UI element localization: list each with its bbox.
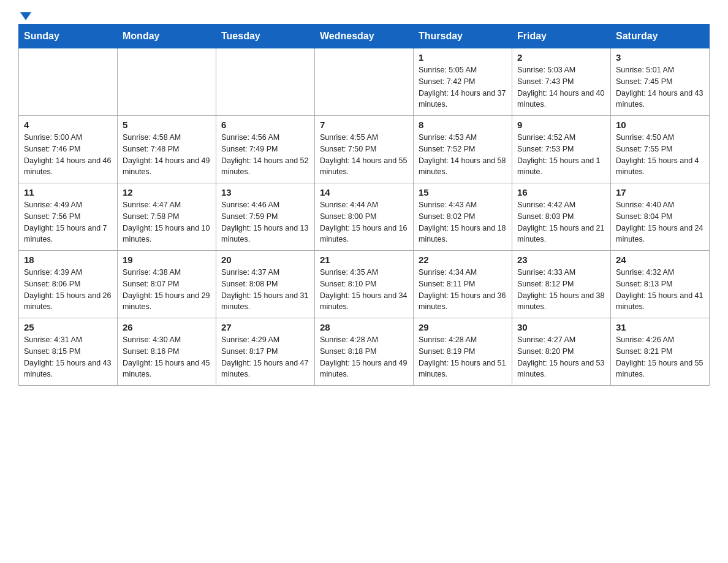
day-info: Sunrise: 4:53 AM Sunset: 7:52 PM Dayligh… [419,132,507,178]
day-cell-empty-3 [315,48,414,116]
day-number: 5 [123,120,211,130]
day-cell-4: 4Sunrise: 5:00 AM Sunset: 7:46 PM Daylig… [19,116,118,183]
day-info: Sunrise: 4:40 AM Sunset: 8:04 PM Dayligh… [616,199,704,245]
day-cell-7: 7Sunrise: 4:55 AM Sunset: 7:50 PM Daylig… [315,116,414,183]
header-cell-sunday: Sunday [19,25,118,48]
day-number: 30 [517,322,605,332]
day-cell-22: 22Sunrise: 4:34 AM Sunset: 8:11 PM Dayli… [414,251,512,318]
day-cell-16: 16Sunrise: 4:42 AM Sunset: 8:03 PM Dayli… [512,183,611,251]
day-number: 7 [320,120,408,130]
day-cell-31: 31Sunrise: 4:26 AM Sunset: 8:21 PM Dayli… [611,318,710,386]
day-cell-11: 11Sunrise: 4:49 AM Sunset: 7:56 PM Dayli… [19,183,118,251]
week-row-2: 4Sunrise: 5:00 AM Sunset: 7:46 PM Daylig… [19,116,710,183]
day-cell-6: 6Sunrise: 4:56 AM Sunset: 7:49 PM Daylig… [216,116,315,183]
week-row-3: 11Sunrise: 4:49 AM Sunset: 7:56 PM Dayli… [19,183,710,251]
week-row-1: 1Sunrise: 5:05 AM Sunset: 7:42 PM Daylig… [19,48,710,116]
day-info: Sunrise: 4:33 AM Sunset: 8:12 PM Dayligh… [517,267,605,313]
day-info: Sunrise: 4:39 AM Sunset: 8:06 PM Dayligh… [24,267,112,313]
day-info: Sunrise: 4:26 AM Sunset: 8:21 PM Dayligh… [616,334,704,380]
day-cell-5: 5Sunrise: 4:58 AM Sunset: 7:48 PM Daylig… [118,116,216,183]
day-number: 25 [24,322,112,332]
day-number: 19 [123,255,211,265]
day-cell-23: 23Sunrise: 4:33 AM Sunset: 8:12 PM Dayli… [512,251,611,318]
day-info: Sunrise: 5:00 AM Sunset: 7:46 PM Dayligh… [24,132,112,178]
header-cell-saturday: Saturday [611,25,710,48]
day-number: 31 [616,322,704,332]
day-cell-28: 28Sunrise: 4:28 AM Sunset: 8:18 PM Dayli… [315,318,414,386]
day-info: Sunrise: 4:58 AM Sunset: 7:48 PM Dayligh… [123,132,211,178]
day-info: Sunrise: 4:46 AM Sunset: 7:59 PM Dayligh… [221,199,309,245]
day-cell-12: 12Sunrise: 4:47 AM Sunset: 7:58 PM Dayli… [118,183,216,251]
day-info: Sunrise: 4:37 AM Sunset: 8:08 PM Dayligh… [221,267,309,313]
day-info: Sunrise: 5:03 AM Sunset: 7:43 PM Dayligh… [517,64,605,110]
day-cell-18: 18Sunrise: 4:39 AM Sunset: 8:06 PM Dayli… [19,251,118,318]
page-header [18,12,710,18]
day-info: Sunrise: 4:38 AM Sunset: 8:07 PM Dayligh… [123,267,211,313]
day-info: Sunrise: 4:47 AM Sunset: 7:58 PM Dayligh… [123,199,211,245]
day-info: Sunrise: 4:30 AM Sunset: 8:16 PM Dayligh… [123,334,211,380]
day-cell-15: 15Sunrise: 4:43 AM Sunset: 8:02 PM Dayli… [414,183,512,251]
day-cell-26: 26Sunrise: 4:30 AM Sunset: 8:16 PM Dayli… [118,318,216,386]
day-info: Sunrise: 5:01 AM Sunset: 7:45 PM Dayligh… [616,64,704,110]
day-cell-21: 21Sunrise: 4:35 AM Sunset: 8:10 PM Dayli… [315,251,414,318]
day-cell-29: 29Sunrise: 4:28 AM Sunset: 8:19 PM Dayli… [414,318,512,386]
day-number: 22 [419,255,507,265]
header-row: SundayMondayTuesdayWednesdayThursdayFrid… [19,25,710,48]
day-info: Sunrise: 4:32 AM Sunset: 8:13 PM Dayligh… [616,267,704,313]
day-number: 17 [616,187,704,197]
day-cell-20: 20Sunrise: 4:37 AM Sunset: 8:08 PM Dayli… [216,251,315,318]
day-info: Sunrise: 4:34 AM Sunset: 8:11 PM Dayligh… [419,267,507,313]
day-cell-24: 24Sunrise: 4:32 AM Sunset: 8:13 PM Dayli… [611,251,710,318]
week-row-5: 25Sunrise: 4:31 AM Sunset: 8:15 PM Dayli… [19,318,710,386]
day-info: Sunrise: 4:56 AM Sunset: 7:49 PM Dayligh… [221,132,309,178]
day-info: Sunrise: 4:44 AM Sunset: 8:00 PM Dayligh… [320,199,408,245]
day-info: Sunrise: 4:27 AM Sunset: 8:20 PM Dayligh… [517,334,605,380]
day-info: Sunrise: 4:55 AM Sunset: 7:50 PM Dayligh… [320,132,408,178]
day-number: 10 [616,120,704,130]
day-cell-13: 13Sunrise: 4:46 AM Sunset: 7:59 PM Dayli… [216,183,315,251]
day-info: Sunrise: 4:28 AM Sunset: 8:18 PM Dayligh… [320,334,408,380]
day-cell-30: 30Sunrise: 4:27 AM Sunset: 8:20 PM Dayli… [512,318,611,386]
day-info: Sunrise: 4:29 AM Sunset: 8:17 PM Dayligh… [221,334,309,380]
day-number: 21 [320,255,408,265]
day-cell-14: 14Sunrise: 4:44 AM Sunset: 8:00 PM Dayli… [315,183,414,251]
day-info: Sunrise: 4:43 AM Sunset: 8:02 PM Dayligh… [419,199,507,245]
day-number: 12 [123,187,211,197]
header-cell-friday: Friday [512,25,611,48]
day-info: Sunrise: 4:42 AM Sunset: 8:03 PM Dayligh… [517,199,605,245]
header-cell-tuesday: Tuesday [216,25,315,48]
day-number: 29 [419,322,507,332]
calendar-table: SundayMondayTuesdayWednesdayThursdayFrid… [18,24,710,386]
day-number: 8 [419,120,507,130]
day-cell-3: 3Sunrise: 5:01 AM Sunset: 7:45 PM Daylig… [611,48,710,116]
day-number: 23 [517,255,605,265]
day-number: 28 [320,322,408,332]
day-cell-10: 10Sunrise: 4:50 AM Sunset: 7:55 PM Dayli… [611,116,710,183]
day-number: 4 [24,120,112,130]
day-cell-19: 19Sunrise: 4:38 AM Sunset: 8:07 PM Dayli… [118,251,216,318]
day-number: 6 [221,120,309,130]
day-info: Sunrise: 4:35 AM Sunset: 8:10 PM Dayligh… [320,267,408,313]
calendar-body: 1Sunrise: 5:05 AM Sunset: 7:42 PM Daylig… [19,48,710,386]
day-cell-9: 9Sunrise: 4:52 AM Sunset: 7:53 PM Daylig… [512,116,611,183]
day-info: Sunrise: 5:05 AM Sunset: 7:42 PM Dayligh… [419,64,507,110]
day-info: Sunrise: 4:31 AM Sunset: 8:15 PM Dayligh… [24,334,112,380]
header-cell-wednesday: Wednesday [315,25,414,48]
logo-triangle-icon [20,12,31,20]
day-cell-empty-0 [19,48,118,116]
header-cell-thursday: Thursday [414,25,512,48]
week-row-4: 18Sunrise: 4:39 AM Sunset: 8:06 PM Dayli… [19,251,710,318]
day-cell-17: 17Sunrise: 4:40 AM Sunset: 8:04 PM Dayli… [611,183,710,251]
day-number: 20 [221,255,309,265]
logo [18,12,31,18]
day-cell-8: 8Sunrise: 4:53 AM Sunset: 7:52 PM Daylig… [414,116,512,183]
day-info: Sunrise: 4:49 AM Sunset: 7:56 PM Dayligh… [24,199,112,245]
day-cell-2: 2Sunrise: 5:03 AM Sunset: 7:43 PM Daylig… [512,48,611,116]
day-number: 15 [419,187,507,197]
logo-general [18,12,31,21]
day-number: 1 [419,52,507,63]
day-number: 26 [123,322,211,332]
day-cell-27: 27Sunrise: 4:29 AM Sunset: 8:17 PM Dayli… [216,318,315,386]
day-number: 24 [616,255,704,265]
day-number: 27 [221,322,309,332]
